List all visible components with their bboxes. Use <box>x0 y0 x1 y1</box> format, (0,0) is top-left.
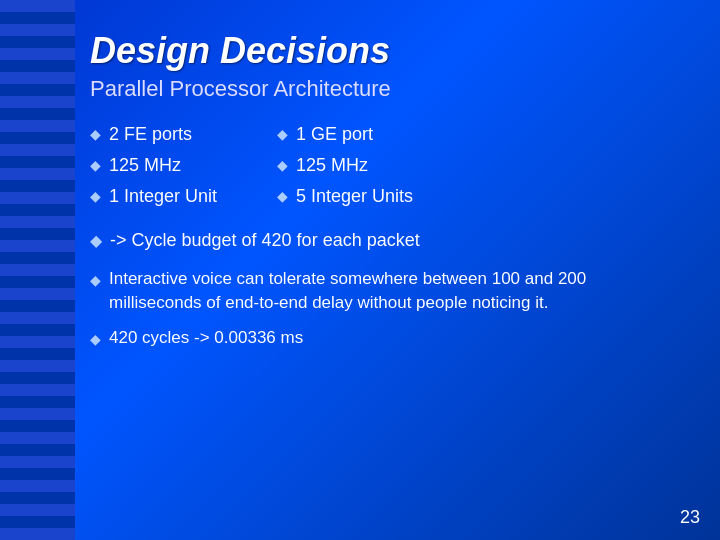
right-col-item-3: 5 Integer Units <box>296 184 413 209</box>
slide: Design Decisions Parallel Processor Arch… <box>0 0 720 540</box>
arrow-cycle-line: ◆ -> Cycle budget of 420 for each packet <box>90 228 670 253</box>
right-column: ◆ 1 GE port ◆ 125 MHz ◆ 5 Integer Units <box>277 122 413 210</box>
list-item: ◆ 5 Integer Units <box>277 184 413 209</box>
right-col-item-1: 1 GE port <box>296 122 373 147</box>
two-column-section: ◆ 2 FE ports ◆ 125 MHz ◆ 1 Integer Unit … <box>90 122 670 210</box>
list-item: ◆ Interactive voice can tolerate somewhe… <box>90 267 670 316</box>
slide-title: Design Decisions <box>90 30 670 72</box>
right-col-item-2: 125 MHz <box>296 153 368 178</box>
arrow-icon: ◆ <box>90 230 102 252</box>
bullet-diamond-icon: ◆ <box>277 125 288 145</box>
list-item: ◆ 125 MHz <box>277 153 413 178</box>
list-item: ◆ 420 cycles -> 0.00336 ms <box>90 326 670 351</box>
list-item: ◆ 1 Integer Unit <box>90 184 217 209</box>
bullet-diamond-icon: ◆ <box>90 187 101 207</box>
bullet-diamond-icon: ◆ <box>90 329 101 349</box>
bullet-diamond-icon: ◆ <box>90 270 101 290</box>
bottom-bullet-1: Interactive voice can tolerate somewhere… <box>109 267 670 316</box>
left-col-item-2: 125 MHz <box>109 153 181 178</box>
slide-subtitle: Parallel Processor Architecture <box>90 76 670 102</box>
left-column: ◆ 2 FE ports ◆ 125 MHz ◆ 1 Integer Unit <box>90 122 217 210</box>
left-col-item-3: 1 Integer Unit <box>109 184 217 209</box>
page-number: 23 <box>680 507 700 528</box>
list-item: ◆ 2 FE ports <box>90 122 217 147</box>
bullet-diamond-icon: ◆ <box>277 187 288 207</box>
bottom-section: ◆ Interactive voice can tolerate somewhe… <box>90 267 670 351</box>
bullet-diamond-icon: ◆ <box>277 156 288 176</box>
bullet-diamond-icon: ◆ <box>90 125 101 145</box>
list-item: ◆ 1 GE port <box>277 122 413 147</box>
bullet-diamond-icon: ◆ <box>90 156 101 176</box>
left-col-item-1: 2 FE ports <box>109 122 192 147</box>
list-item: ◆ 125 MHz <box>90 153 217 178</box>
arrow-text: -> Cycle budget of 420 for each packet <box>110 228 420 253</box>
bottom-bullet-2: 420 cycles -> 0.00336 ms <box>109 326 303 351</box>
